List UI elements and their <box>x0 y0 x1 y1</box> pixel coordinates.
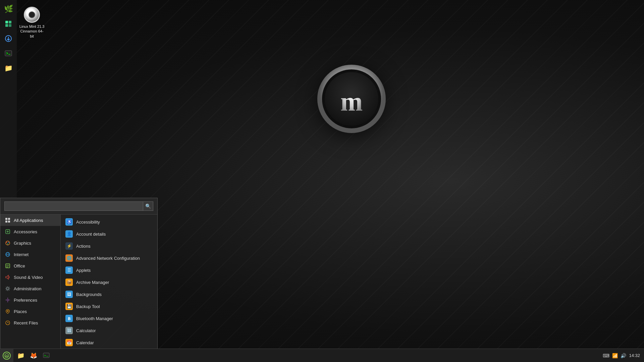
app-archive-manager-label: Archive Manager <box>76 280 109 285</box>
desktop-icon-label: Linux Mint 21.3 Cinnamon 64-bit <box>18 24 45 39</box>
network-tray-icon[interactable]: 📶 <box>612 353 618 358</box>
category-administration[interactable]: Administration <box>0 283 60 294</box>
search-button[interactable]: 🔍 <box>143 201 153 211</box>
app-actions-label: Actions <box>76 244 91 249</box>
app-calculator-label: Calculator <box>76 328 96 333</box>
svg-rect-12 <box>5 221 7 223</box>
sound-video-icon <box>4 274 11 281</box>
volume-tray-icon[interactable]: 🔊 <box>621 353 626 358</box>
taskbar-items: 📁 🦊 <box>13 350 599 362</box>
svg-rect-8 <box>5 51 12 56</box>
svg-rect-4 <box>9 21 11 23</box>
app-calendar-label: Calendar <box>76 340 94 345</box>
app-backgrounds-label: Backgrounds <box>76 292 102 297</box>
app-account-details[interactable]: 👤 Account details <box>61 228 157 240</box>
search-bar: 🔍 <box>0 198 157 215</box>
app-applets-label: Applets <box>76 268 91 273</box>
taskbar-files[interactable]: 📁 <box>15 350 27 362</box>
app-bluetooth[interactable]: ʙ Bluetooth Manager <box>61 312 157 324</box>
taskbar-firefox[interactable]: 🦊 <box>28 350 40 362</box>
categories-panel: All Applications Accessories Graphics <box>0 215 61 349</box>
category-all-label: All Applications <box>14 218 43 223</box>
desktop-icon-img <box>24 7 40 23</box>
svg-rect-5 <box>5 24 8 27</box>
category-preferences-label: Preferences <box>14 298 37 303</box>
svg-rect-35 <box>43 353 49 358</box>
accessibility-icon: ♿ <box>65 218 73 226</box>
category-sound-video[interactable]: Sound & Video <box>0 272 60 283</box>
applets-icon: ☰ <box>65 266 73 274</box>
start-menu: 🔍 All Applications Accessories <box>0 198 158 349</box>
keyboard-tray-icon[interactable]: ⌨ <box>603 353 609 358</box>
calendar-icon: 📅 <box>65 339 73 346</box>
svg-point-28 <box>7 288 9 290</box>
terminal-side-icon[interactable] <box>2 47 15 60</box>
svg-rect-10 <box>5 218 7 220</box>
app-adv-network-label: Advanced Network Configuration <box>76 256 140 261</box>
bluetooth-icon: ʙ <box>65 315 73 322</box>
app-applets[interactable]: ☰ Applets <box>61 264 157 276</box>
app-backup-tool[interactable]: 💾 Backup Tool <box>61 300 157 312</box>
category-graphics[interactable]: Graphics <box>0 237 60 249</box>
category-accessories-label: Accessories <box>14 229 37 234</box>
app-calculator[interactable]: 🔢 Calculator <box>61 324 157 337</box>
app-adv-network[interactable]: 🌐 Advanced Network Configuration <box>61 252 157 264</box>
category-accessories[interactable]: Accessories <box>0 226 60 237</box>
mint-logo: m <box>315 60 388 134</box>
category-places[interactable]: Places <box>0 306 60 317</box>
svg-rect-11 <box>8 218 10 220</box>
clock: 14:32 <box>629 353 640 358</box>
adv-network-icon: 🌐 <box>65 254 73 262</box>
app-backup-tool-label: Backup Tool <box>76 304 100 309</box>
app-backgrounds[interactable]: 🖼 Backgrounds <box>61 288 157 300</box>
taskbar: m 📁 🦊 ⌨ 📶 🔊 14:32 <box>0 349 644 362</box>
taskbar-terminal[interactable] <box>40 350 52 362</box>
backgrounds-icon: 🖼 <box>65 291 73 298</box>
archive-manager-icon: 📦 <box>65 279 73 286</box>
preferences-icon <box>4 297 11 303</box>
update-manager-side-icon[interactable] <box>2 32 15 45</box>
apps-panel: ♿ Accessibility 👤 Account details ⚡ Acti… <box>61 215 157 349</box>
svg-point-18 <box>6 242 7 243</box>
app-account-details-label: Account details <box>76 232 106 237</box>
all-apps-icon <box>4 217 11 224</box>
category-all[interactable]: All Applications <box>0 215 60 226</box>
office-icon <box>4 262 11 269</box>
category-places-label: Places <box>14 309 27 314</box>
menu-body: All Applications Accessories Graphics <box>0 215 157 349</box>
accessories-icon <box>4 228 11 235</box>
search-input[interactable] <box>4 201 143 211</box>
category-internet[interactable]: Internet <box>0 249 60 260</box>
category-recent[interactable]: Recent Files <box>0 317 60 328</box>
recent-icon <box>4 319 11 326</box>
backup-tool-icon: 💾 <box>65 303 73 310</box>
account-details-icon: 👤 <box>65 230 73 238</box>
files-side-icon[interactable]: 📁 <box>2 62 15 74</box>
places-icon <box>4 308 11 315</box>
app-actions[interactable]: ⚡ Actions <box>61 240 157 252</box>
taskbar-tray: ⌨ 📶 🔊 14:32 <box>599 353 644 358</box>
category-preferences[interactable]: Preferences <box>0 294 60 306</box>
app-accessibility[interactable]: ♿ Accessibility <box>61 216 157 228</box>
app-bluetooth-label: Bluetooth Manager <box>76 316 113 321</box>
svg-point-19 <box>8 242 9 243</box>
svg-text:m: m <box>5 354 8 358</box>
category-administration-label: Administration <box>14 286 41 291</box>
svg-rect-6 <box>9 24 11 27</box>
svg-point-30 <box>7 310 8 312</box>
app-archive-manager[interactable]: 📦 Archive Manager <box>61 276 157 288</box>
svg-text:m: m <box>340 87 363 116</box>
svg-point-20 <box>7 244 8 245</box>
app-accessibility-label: Accessibility <box>76 220 100 225</box>
desktop-icon[interactable]: Linux Mint 21.3 Cinnamon 64-bit <box>18 7 45 39</box>
mintmenu-side-icon[interactable]: 🌿 <box>2 3 15 15</box>
administration-icon <box>4 285 11 292</box>
svg-rect-13 <box>8 221 10 223</box>
calculator-icon: 🔢 <box>65 327 73 334</box>
software-manager-side-icon[interactable] <box>2 17 15 30</box>
graphics-icon <box>4 240 11 246</box>
start-button[interactable]: m <box>0 349 13 362</box>
category-recent-label: Recent Files <box>14 320 38 325</box>
category-office[interactable]: Office <box>0 260 60 272</box>
app-calendar[interactable]: 📅 Calendar <box>61 337 157 349</box>
